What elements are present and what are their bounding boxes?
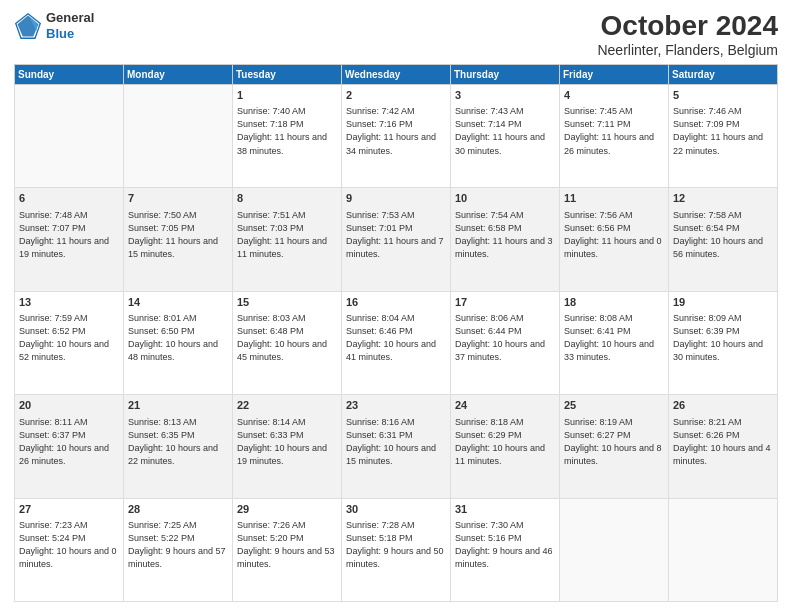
- calendar-cell: 3Sunrise: 7:43 AMSunset: 7:14 PMDaylight…: [451, 85, 560, 188]
- day-detail: Sunrise: 7:56 AMSunset: 6:56 PMDaylight:…: [564, 209, 664, 261]
- day-number: 5: [673, 88, 773, 103]
- day-number: 30: [346, 502, 446, 517]
- day-number: 25: [564, 398, 664, 413]
- day-detail: Sunrise: 8:13 AMSunset: 6:35 PMDaylight:…: [128, 416, 228, 468]
- calendar-weekday-sunday: Sunday: [15, 65, 124, 85]
- day-detail: Sunrise: 7:42 AMSunset: 7:16 PMDaylight:…: [346, 105, 446, 157]
- calendar-cell: 2Sunrise: 7:42 AMSunset: 7:16 PMDaylight…: [342, 85, 451, 188]
- calendar-cell: 23Sunrise: 8:16 AMSunset: 6:31 PMDayligh…: [342, 395, 451, 498]
- day-number: 14: [128, 295, 228, 310]
- calendar-week-row: 1Sunrise: 7:40 AMSunset: 7:18 PMDaylight…: [15, 85, 778, 188]
- calendar-cell: [669, 498, 778, 601]
- day-number: 7: [128, 191, 228, 206]
- calendar-week-row: 27Sunrise: 7:23 AMSunset: 5:24 PMDayligh…: [15, 498, 778, 601]
- calendar-table: SundayMondayTuesdayWednesdayThursdayFrid…: [14, 64, 778, 602]
- day-detail: Sunrise: 7:26 AMSunset: 5:20 PMDaylight:…: [237, 519, 337, 571]
- day-number: 31: [455, 502, 555, 517]
- logo-icon: [14, 12, 42, 40]
- calendar-cell: [15, 85, 124, 188]
- day-detail: Sunrise: 7:54 AMSunset: 6:58 PMDaylight:…: [455, 209, 555, 261]
- calendar-cell: 6Sunrise: 7:48 AMSunset: 7:07 PMDaylight…: [15, 188, 124, 291]
- calendar-weekday-thursday: Thursday: [451, 65, 560, 85]
- calendar-cell: 27Sunrise: 7:23 AMSunset: 5:24 PMDayligh…: [15, 498, 124, 601]
- calendar-week-row: 6Sunrise: 7:48 AMSunset: 7:07 PMDaylight…: [15, 188, 778, 291]
- calendar-cell: 14Sunrise: 8:01 AMSunset: 6:50 PMDayligh…: [124, 291, 233, 394]
- day-detail: Sunrise: 7:28 AMSunset: 5:18 PMDaylight:…: [346, 519, 446, 571]
- day-detail: Sunrise: 7:48 AMSunset: 7:07 PMDaylight:…: [19, 209, 119, 261]
- calendar-cell: 26Sunrise: 8:21 AMSunset: 6:26 PMDayligh…: [669, 395, 778, 498]
- day-detail: Sunrise: 7:58 AMSunset: 6:54 PMDaylight:…: [673, 209, 773, 261]
- day-detail: Sunrise: 7:45 AMSunset: 7:11 PMDaylight:…: [564, 105, 664, 157]
- day-detail: Sunrise: 7:53 AMSunset: 7:01 PMDaylight:…: [346, 209, 446, 261]
- calendar-cell: 9Sunrise: 7:53 AMSunset: 7:01 PMDaylight…: [342, 188, 451, 291]
- calendar-weekday-monday: Monday: [124, 65, 233, 85]
- day-detail: Sunrise: 8:06 AMSunset: 6:44 PMDaylight:…: [455, 312, 555, 364]
- day-detail: Sunrise: 8:11 AMSunset: 6:37 PMDaylight:…: [19, 416, 119, 468]
- calendar-cell: 19Sunrise: 8:09 AMSunset: 6:39 PMDayligh…: [669, 291, 778, 394]
- calendar-cell: 5Sunrise: 7:46 AMSunset: 7:09 PMDaylight…: [669, 85, 778, 188]
- day-detail: Sunrise: 7:40 AMSunset: 7:18 PMDaylight:…: [237, 105, 337, 157]
- calendar-cell: [560, 498, 669, 601]
- day-number: 6: [19, 191, 119, 206]
- day-number: 19: [673, 295, 773, 310]
- day-number: 16: [346, 295, 446, 310]
- calendar-cell: 31Sunrise: 7:30 AMSunset: 5:16 PMDayligh…: [451, 498, 560, 601]
- header: General Blue October 2024 Neerlinter, Fl…: [14, 10, 778, 58]
- calendar-cell: 10Sunrise: 7:54 AMSunset: 6:58 PMDayligh…: [451, 188, 560, 291]
- day-detail: Sunrise: 8:08 AMSunset: 6:41 PMDaylight:…: [564, 312, 664, 364]
- calendar-cell: 25Sunrise: 8:19 AMSunset: 6:27 PMDayligh…: [560, 395, 669, 498]
- day-detail: Sunrise: 8:16 AMSunset: 6:31 PMDaylight:…: [346, 416, 446, 468]
- calendar-weekday-wednesday: Wednesday: [342, 65, 451, 85]
- calendar-cell: 24Sunrise: 8:18 AMSunset: 6:29 PMDayligh…: [451, 395, 560, 498]
- calendar-cell: 16Sunrise: 8:04 AMSunset: 6:46 PMDayligh…: [342, 291, 451, 394]
- day-number: 20: [19, 398, 119, 413]
- calendar-weekday-saturday: Saturday: [669, 65, 778, 85]
- day-number: 4: [564, 88, 664, 103]
- day-detail: Sunrise: 7:23 AMSunset: 5:24 PMDaylight:…: [19, 519, 119, 571]
- day-detail: Sunrise: 8:18 AMSunset: 6:29 PMDaylight:…: [455, 416, 555, 468]
- day-detail: Sunrise: 7:50 AMSunset: 7:05 PMDaylight:…: [128, 209, 228, 261]
- day-number: 10: [455, 191, 555, 206]
- day-detail: Sunrise: 7:43 AMSunset: 7:14 PMDaylight:…: [455, 105, 555, 157]
- day-number: 15: [237, 295, 337, 310]
- calendar-cell: 29Sunrise: 7:26 AMSunset: 5:20 PMDayligh…: [233, 498, 342, 601]
- day-detail: Sunrise: 7:46 AMSunset: 7:09 PMDaylight:…: [673, 105, 773, 157]
- day-number: 27: [19, 502, 119, 517]
- day-detail: Sunrise: 7:30 AMSunset: 5:16 PMDaylight:…: [455, 519, 555, 571]
- day-detail: Sunrise: 8:01 AMSunset: 6:50 PMDaylight:…: [128, 312, 228, 364]
- day-detail: Sunrise: 7:25 AMSunset: 5:22 PMDaylight:…: [128, 519, 228, 571]
- page-title: October 2024: [597, 10, 778, 42]
- calendar-cell: 12Sunrise: 7:58 AMSunset: 6:54 PMDayligh…: [669, 188, 778, 291]
- day-detail: Sunrise: 7:51 AMSunset: 7:03 PMDaylight:…: [237, 209, 337, 261]
- calendar-week-row: 13Sunrise: 7:59 AMSunset: 6:52 PMDayligh…: [15, 291, 778, 394]
- calendar-cell: 21Sunrise: 8:13 AMSunset: 6:35 PMDayligh…: [124, 395, 233, 498]
- day-number: 23: [346, 398, 446, 413]
- day-number: 22: [237, 398, 337, 413]
- day-number: 11: [564, 191, 664, 206]
- day-number: 12: [673, 191, 773, 206]
- calendar-cell: 4Sunrise: 7:45 AMSunset: 7:11 PMDaylight…: [560, 85, 669, 188]
- logo-line2: Blue: [46, 26, 94, 42]
- day-number: 17: [455, 295, 555, 310]
- calendar-weekday-tuesday: Tuesday: [233, 65, 342, 85]
- page: General Blue October 2024 Neerlinter, Fl…: [0, 0, 792, 612]
- day-detail: Sunrise: 8:14 AMSunset: 6:33 PMDaylight:…: [237, 416, 337, 468]
- day-detail: Sunrise: 8:04 AMSunset: 6:46 PMDaylight:…: [346, 312, 446, 364]
- day-number: 24: [455, 398, 555, 413]
- calendar-cell: 17Sunrise: 8:06 AMSunset: 6:44 PMDayligh…: [451, 291, 560, 394]
- day-number: 28: [128, 502, 228, 517]
- day-number: 29: [237, 502, 337, 517]
- calendar-cell: 20Sunrise: 8:11 AMSunset: 6:37 PMDayligh…: [15, 395, 124, 498]
- day-detail: Sunrise: 8:03 AMSunset: 6:48 PMDaylight:…: [237, 312, 337, 364]
- calendar-cell: 15Sunrise: 8:03 AMSunset: 6:48 PMDayligh…: [233, 291, 342, 394]
- day-detail: Sunrise: 7:59 AMSunset: 6:52 PMDaylight:…: [19, 312, 119, 364]
- day-number: 26: [673, 398, 773, 413]
- calendar-cell: [124, 85, 233, 188]
- day-number: 2: [346, 88, 446, 103]
- calendar-cell: 7Sunrise: 7:50 AMSunset: 7:05 PMDaylight…: [124, 188, 233, 291]
- logo: General Blue: [14, 10, 94, 41]
- day-number: 1: [237, 88, 337, 103]
- logo-line1: General: [46, 10, 94, 26]
- day-number: 13: [19, 295, 119, 310]
- title-block: October 2024 Neerlinter, Flanders, Belgi…: [597, 10, 778, 58]
